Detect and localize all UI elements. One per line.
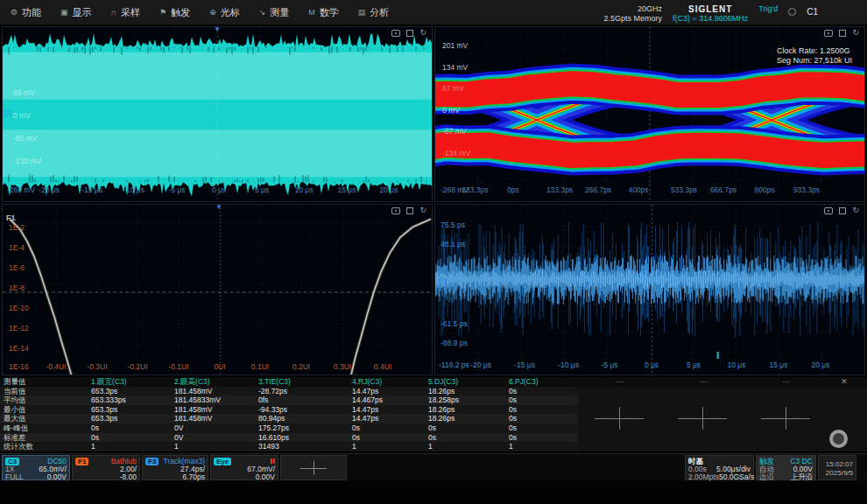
table-column-header[interactable]: 4.RJ(C3)	[349, 377, 425, 387]
menu-item-8[interactable]: ▤分析	[358, 6, 390, 19]
axis-label: 1E-4	[9, 243, 25, 252]
axis-tick: 5 μs	[687, 360, 701, 369]
table-column-header[interactable]: 3.TIE(C3)	[255, 377, 349, 387]
eye-stats-overlay: Clock Rate: 1.2500G Seg Num: 27,510k UI	[777, 46, 852, 66]
menu-item-1[interactable]: ⚙功能	[11, 6, 41, 19]
expand-icon[interactable]	[406, 207, 413, 214]
table-column-header[interactable]: 5.DJ(C3)	[425, 377, 505, 387]
axis-tick: 10 μs	[728, 360, 746, 369]
axis-label: 1E-10	[9, 304, 29, 312]
table-cell: 181.45833mV	[171, 396, 255, 405]
offset-label: 6.70ps	[182, 473, 205, 481]
table-more-column-button[interactable]: ⋯	[661, 377, 744, 387]
table-cell: 14.47ps	[349, 387, 425, 396]
camera-icon[interactable]	[824, 207, 833, 214]
channel-box-c3[interactable]: C3DC50 1X65.0mV/ FULL0.00V	[2, 455, 70, 480]
sample-rate-label: 50.0GSa/s	[719, 473, 754, 481]
trigger-box[interactable]: 触发C3 DC 自动0.00V 边沿上升沿	[756, 455, 816, 480]
expand-icon[interactable]	[406, 30, 413, 37]
function-box-f1[interactable]: F1Bathtub 2.00/ -8.00	[72, 455, 140, 480]
panel-toolbar: ↻	[824, 29, 859, 37]
axis-label: -134 mV	[442, 149, 470, 158]
table-header-row: 测量值1.眼宽(C3)2.眼高(C3)3.TIE(C3)4.RJ(C3)5.DJ…	[0, 377, 867, 387]
measure-icon: ↘	[259, 8, 266, 17]
table-cell: 1	[425, 442, 505, 452]
channel-selector-button[interactable]: C1	[807, 7, 818, 17]
table-column-header[interactable]: 1.眼宽(C3)	[88, 377, 171, 387]
menu-item-label: 采样	[121, 6, 140, 19]
camera-icon[interactable]	[391, 207, 400, 214]
menu-item-5[interactable]: ⊕光标	[209, 6, 240, 19]
table-more-column-button[interactable]: ⋯	[578, 377, 661, 387]
trigger-position-marker[interactable]: ▼	[215, 203, 222, 211]
axis-label: -61.5 ps	[441, 319, 468, 328]
menu-item-3[interactable]: ∩采样	[111, 6, 140, 19]
table-cell: 0s	[88, 424, 171, 433]
menu-item-label: 分析	[370, 6, 389, 19]
restore-icon[interactable]: ↻	[852, 29, 859, 37]
axis-label: 75.5 ps	[441, 220, 465, 229]
panel-toolbar: ↻	[824, 206, 859, 214]
bathtub-plot	[3, 205, 432, 374]
menu-item-6[interactable]: ↘测量	[259, 6, 290, 19]
restore-icon[interactable]: ↻	[419, 206, 426, 214]
menu-item-label: 数学	[320, 6, 339, 19]
eye-badge: Eye	[214, 458, 231, 466]
axis-tick: 800ps	[754, 186, 774, 194]
table-cell: 653.3ps	[88, 414, 171, 424]
table-cell: 0s	[505, 414, 578, 424]
axis-tick: 133.3ps	[546, 186, 573, 194]
axis-label: 201 mV	[442, 41, 468, 50]
drag-knob-button[interactable]	[829, 430, 848, 448]
expand-icon[interactable]	[839, 30, 846, 37]
add-measurement-button[interactable]	[678, 407, 727, 430]
camera-icon[interactable]	[824, 30, 833, 37]
table-cell: 80.94ps	[255, 414, 349, 424]
menu-item-label: 光标	[221, 6, 240, 19]
axis-tick: 933.3ps	[793, 186, 820, 194]
table-row-label: 最大值	[0, 414, 88, 424]
datetime-box[interactable]: 15:02:07 2025/9/5	[818, 455, 856, 480]
oscilloscope-screen: ⚙功能▣显示∩采样⚑触发⊕光标↘测量M数学▤分析 20GHz 2.5Gpts M…	[0, 0, 867, 504]
add-channel-button[interactable]	[280, 455, 347, 480]
axis-tick: 0 μs	[212, 186, 226, 194]
trigger-position-marker[interactable]: ▼	[214, 25, 221, 33]
waveform-plot	[3, 27, 432, 201]
axis-label: 0 mV	[13, 111, 31, 120]
function-badge-f1[interactable]: F1	[6, 214, 16, 222]
brand-block: SIGLENT f(C3) = 314.9606MHz	[673, 4, 748, 24]
table-close-button[interactable]: ✕	[828, 377, 861, 387]
table-corner-label: 测量值	[0, 377, 88, 387]
table-more-column-button[interactable]: ⋯	[744, 377, 828, 387]
record-icon[interactable]	[788, 8, 796, 16]
timebase-box[interactable]: 时基 0.00s5.00μs/div 2.00Mpts50.0GSa/s	[685, 455, 754, 480]
table-column-header[interactable]: 6.PJ(C3)	[505, 377, 578, 387]
camera-icon[interactable]	[391, 30, 400, 37]
table-cell: 181.458mV	[171, 405, 255, 415]
add-measurement-button[interactable]	[595, 407, 644, 430]
menu-item-7[interactable]: M数学	[308, 6, 339, 19]
restore-icon[interactable]: ↻	[419, 29, 426, 37]
add-measurement-button[interactable]	[761, 407, 810, 430]
table-row: 峰-峰值0s0V175.27ps0s0s0s	[0, 424, 867, 433]
menu-item-4[interactable]: ⚑触发	[159, 6, 190, 19]
restore-icon[interactable]: ↻	[852, 206, 859, 214]
axis-tick: 20 μs	[812, 360, 830, 369]
expand-icon[interactable]	[839, 207, 846, 214]
table-row: 平均值653.333ps181.45833mV0fs14.467ps18.258…	[0, 396, 867, 405]
table-column-header[interactable]: 2.眼高(C3)	[171, 377, 255, 387]
function-badge-f1: F1	[75, 458, 88, 466]
axis-tick: -10 μs	[558, 360, 579, 369]
channel-level-marker[interactable]	[3, 109, 11, 117]
eye-box[interactable]: Eye 67.0mV/ 0.00V	[210, 455, 278, 480]
trigger-slope-label: 上升沿	[791, 473, 814, 481]
function-box-f3[interactable]: F3Track(max3) 27.4ps/ 6.70ps	[142, 455, 208, 480]
function-badge-f3[interactable]: F3	[438, 276, 448, 285]
axis-label: 1E-16	[9, 362, 29, 371]
menu-item-2[interactable]: ▣显示	[60, 6, 92, 19]
table-cell: 0s	[349, 433, 425, 443]
menubar-right: 20GHz 2.5Gpts Memory SIGLENT f(C3) = 314…	[603, 2, 818, 24]
table-row-label: 标准差	[0, 433, 88, 443]
table-cell: 1	[505, 442, 578, 452]
axis-label: 1E-14	[9, 344, 29, 353]
